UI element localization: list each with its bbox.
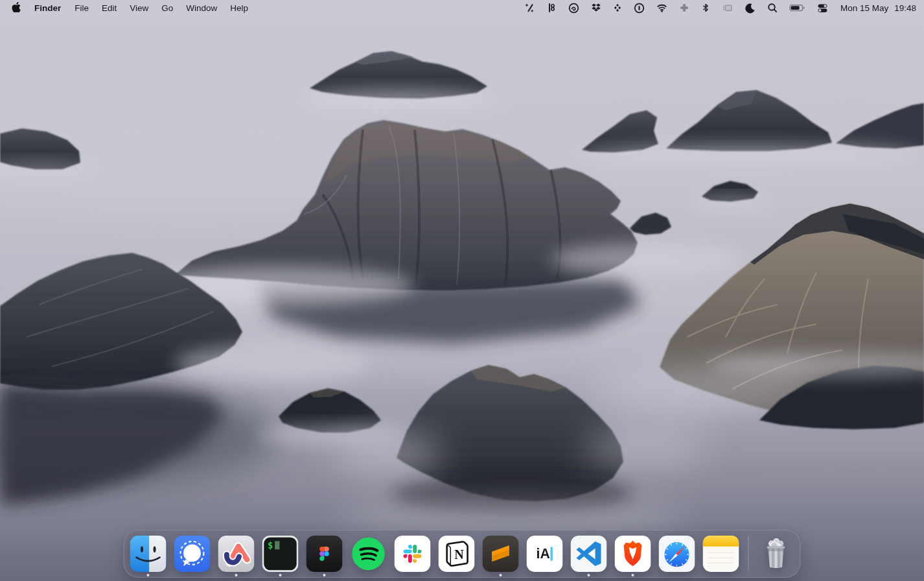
dock-item-safari[interactable]	[659, 536, 695, 572]
apple-menu[interactable]	[0, 0, 27, 16]
dock-item-sublime[interactable]	[483, 536, 519, 572]
bluetooth-icon[interactable]	[695, 0, 716, 16]
menu-clock[interactable]: Mon 15 May 19:48	[834, 3, 916, 13]
spotlight-search-icon[interactable]	[761, 0, 783, 16]
safari-icon	[659, 536, 695, 572]
menu-bar: Finder File Edit View Go Window Help	[0, 0, 924, 16]
signal-icon	[174, 536, 211, 572]
diamond-cluster-icon[interactable]	[607, 0, 628, 16]
menu-edit[interactable]: Edit	[95, 0, 123, 16]
menu-view[interactable]: View	[123, 0, 155, 16]
notion-icon: N	[439, 536, 475, 572]
vscode-icon	[571, 536, 607, 572]
spotify-icon	[351, 536, 387, 572]
dock-item-arc[interactable]	[218, 536, 255, 572]
running-indicator	[632, 574, 634, 576]
battery-icon[interactable]	[783, 0, 811, 16]
dropbox-icon[interactable]	[585, 0, 607, 16]
dock-item-ia-writer[interactable]: iA	[527, 536, 563, 572]
running-indicator	[235, 574, 238, 576]
dock-item-spotify[interactable]	[351, 536, 387, 572]
clock-date: Mon 15 May	[840, 3, 888, 13]
ia-writer-icon: iA	[527, 536, 563, 572]
apple-logo-icon	[12, 2, 21, 14]
wifi-icon[interactable]	[651, 0, 673, 16]
desktop-wallpaper	[0, 0, 924, 581]
running-indicator	[147, 574, 150, 576]
menu-help[interactable]: Help	[224, 0, 255, 16]
clock-time: 19:48	[894, 3, 916, 13]
dock-item-brave[interactable]	[615, 536, 651, 572]
running-indicator	[323, 574, 326, 576]
running-indicator	[588, 574, 590, 576]
trash-full-icon	[758, 536, 794, 572]
menu-go[interactable]: Go	[155, 0, 179, 16]
menu-app-name[interactable]: Finder	[27, 0, 68, 16]
running-indicator	[279, 574, 282, 576]
dock-item-vscode[interactable]	[571, 536, 607, 572]
figma-icon	[306, 536, 343, 572]
dock-item-notes[interactable]	[703, 536, 739, 572]
sublime-text-icon	[483, 536, 519, 572]
creative-cloud-icon[interactable]	[562, 0, 585, 16]
control-center-icon[interactable]	[811, 0, 834, 16]
brave-icon	[615, 536, 651, 572]
health-plus-icon[interactable]	[673, 0, 695, 16]
arc-icon	[218, 536, 255, 572]
magic-wand-icon[interactable]	[518, 0, 540, 16]
stem-keys-icon[interactable]	[540, 0, 562, 16]
dock-item-figma[interactable]	[306, 536, 343, 572]
finder-icon	[130, 536, 167, 572]
terminal-icon: $	[262, 536, 299, 572]
dock-item-signal[interactable]	[174, 536, 211, 572]
sidebar-display-icon[interactable]	[716, 0, 739, 16]
dock-item-finder[interactable]	[130, 536, 167, 572]
one-password-icon[interactable]	[628, 0, 651, 16]
svg-text:$: $	[268, 540, 273, 551]
dock-separator	[748, 536, 749, 571]
dock: $	[124, 530, 801, 578]
menu-file[interactable]: File	[68, 0, 95, 16]
dock-item-terminal[interactable]: $	[262, 536, 299, 572]
dock-item-slack[interactable]	[395, 536, 431, 572]
notes-icon	[703, 536, 739, 572]
dock-item-trash[interactable]	[758, 536, 794, 572]
dock-item-notion[interactable]: N	[439, 536, 475, 572]
svg-text:N: N	[454, 547, 464, 562]
menu-window[interactable]: Window	[179, 0, 224, 16]
slack-icon	[395, 536, 431, 572]
focus-moon-icon[interactable]	[739, 0, 761, 16]
running-indicator	[500, 574, 502, 576]
svg-text:iA: iA	[537, 546, 550, 562]
